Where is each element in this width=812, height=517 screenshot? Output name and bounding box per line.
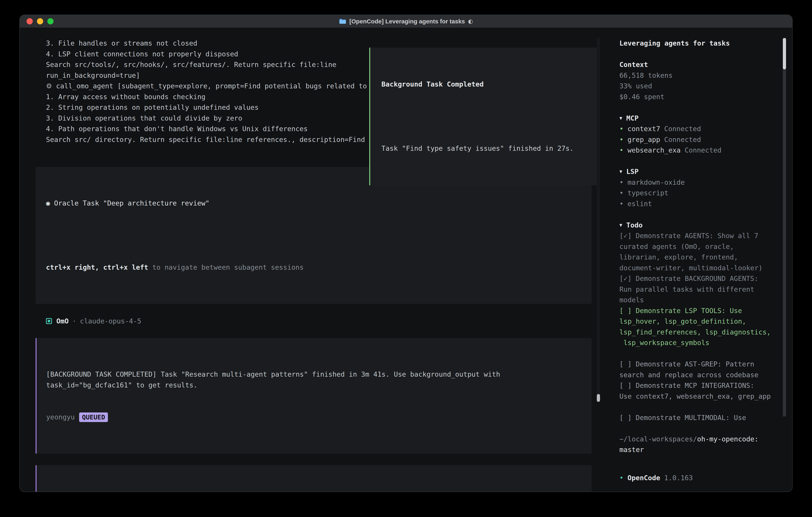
session-title: Leveraging agents for tasks — [619, 38, 777, 49]
checkbox-checked-icon: [✓] — [619, 274, 632, 282]
collapse-triangle-icon: ▼ — [619, 220, 622, 231]
bullet-icon: • — [619, 134, 624, 145]
todo-item: [ ]Demonstrate MCP INTEGRATIONS: Use con… — [619, 380, 777, 402]
hint-keys: ctrl+x right, ctrl+x left — [46, 263, 148, 271]
bullet-icon: • — [619, 198, 624, 209]
app-window: [OpenCode] Leveraging agents for tasks ◐… — [19, 15, 793, 492]
oracle-task-icon: ◉ — [46, 199, 50, 207]
session-activity-icon: ◐ — [468, 18, 473, 25]
lsp-item: •typescript — [619, 188, 777, 198]
context-spent: $0.46 spent — [619, 91, 777, 102]
checkbox-empty-icon: [ ] — [619, 414, 632, 421]
context-used: 33% used — [619, 81, 777, 91]
context-tokens: 66,518 tokens — [619, 70, 777, 81]
mcp-item: •context7Connected — [619, 124, 777, 134]
bullet-icon: • — [619, 177, 624, 188]
agent-name: OmO — [56, 316, 68, 327]
todo-section-header[interactable]: ▼Todo — [619, 220, 777, 231]
agent-model: claude-opus-4-5 — [80, 316, 141, 327]
mcp-item: •websearch_exaConnected — [619, 145, 777, 156]
lsp-item: •markdown-oxide — [619, 177, 777, 188]
todo-item: [ ]Demonstrate MULTIMODAL: Use — [619, 412, 777, 423]
close-button[interactable] — [27, 18, 33, 24]
traffic-lights — [27, 15, 54, 28]
app-name: OpenCode — [628, 472, 660, 483]
oracle-task-title-line: ◉Oracle Task "Deep architecture review" — [46, 198, 582, 209]
window-title-group: [OpenCode] Leveraging agents for tasks ◐ — [339, 18, 473, 25]
gear-icon: ⚙ — [46, 82, 52, 90]
folder-icon — [339, 19, 346, 24]
mcp-section-header[interactable]: ▼MCP — [619, 113, 777, 124]
collapse-triangle-icon: ▼ — [619, 113, 622, 124]
toast-title: Background Task Completed — [381, 79, 589, 90]
bullet-icon: • — [619, 472, 624, 483]
app-version-row: • OpenCode 1.0.163 — [619, 472, 777, 483]
minimize-button[interactable] — [37, 18, 43, 24]
sidebar-scrollbar-thumb[interactable] — [783, 38, 786, 70]
todo-item: [✓]Demonstrate AGENTS: Show all 7 curate… — [619, 230, 777, 273]
checkbox-checked-icon: [✓] — [619, 232, 632, 240]
bullet-icon: • — [619, 188, 624, 198]
app-version: 1.0.163 — [664, 472, 693, 483]
context-heading: Context — [619, 59, 777, 70]
hint-text: to navigate between subagent sessions — [148, 263, 304, 271]
toast-notification: Background Task Completed Task "Find typ… — [369, 48, 600, 185]
git-branch: master — [619, 444, 777, 455]
message-text: [BACKGROUND TASK COMPLETED] Task "Resear… — [46, 369, 582, 390]
bullet-icon: • — [619, 145, 624, 156]
agent-icon — [46, 318, 52, 324]
oracle-task-title: Oracle Task "Deep architecture review" — [54, 199, 209, 207]
checkbox-empty-icon: [ ] — [619, 381, 632, 389]
titlebar: [OpenCode] Leveraging agents for tasks ◐ — [20, 15, 792, 28]
todo-item: [ ]Demonstrate AST-GREP: Pattern search … — [619, 359, 777, 380]
window-title: [OpenCode] Leveraging agents for tasks — [349, 18, 465, 25]
navigation-hint: ctrl+x right, ctrl+x left to navigate be… — [46, 262, 582, 273]
message-card: [BACKGROUND TASK COMPLETED] Task "Resear… — [35, 338, 591, 454]
chat-scrollbar-thumb[interactable] — [597, 394, 600, 402]
message-card: [BACKGROUND TASK COMPLETED] Task "Find t… — [35, 465, 591, 492]
collapse-triangle-icon: ▼ — [619, 166, 622, 177]
zoom-button[interactable] — [47, 18, 54, 24]
message-author: yeongyu — [46, 412, 75, 423]
checkbox-empty-icon: [ ] — [619, 360, 632, 368]
workspace-path: ~/local-workspaces/oh-my-opencode:master — [619, 434, 777, 455]
bullet-icon: • — [619, 124, 624, 134]
oracle-task-panel: ◉Oracle Task "Deep architecture review" … — [35, 167, 591, 304]
agent-separator: · — [72, 316, 76, 327]
todo-item: [✓]Demonstrate BACKGROUND AGENTS: Run pa… — [619, 273, 777, 305]
lsp-section-header[interactable]: ▼LSP — [619, 166, 777, 177]
todo-item: [ ]Demonstrate LSP TOOLS: Use lsp_hover,… — [619, 305, 777, 348]
toast-body: Task "Find type safety issues" finished … — [381, 143, 589, 154]
status-badge: QUEUED — [79, 412, 108, 422]
agent-header: OmO · claude-opus-4-5 — [35, 316, 611, 327]
mcp-item: •grep_appConnected — [619, 134, 777, 145]
session-sidebar: Leveraging agents for tasks Context 66,5… — [611, 28, 792, 492]
chat-scrollbar-track[interactable] — [597, 38, 600, 402]
checkbox-empty-icon: [ ] — [619, 307, 632, 315]
log-line: 3. File handles or streams not closed — [35, 38, 591, 49]
sidebar-scrollbar-track[interactable] — [783, 38, 786, 416]
chat-pane: 3. File handles or streams not closed 4.… — [20, 28, 611, 492]
lsp-item: •eslint — [619, 198, 777, 209]
